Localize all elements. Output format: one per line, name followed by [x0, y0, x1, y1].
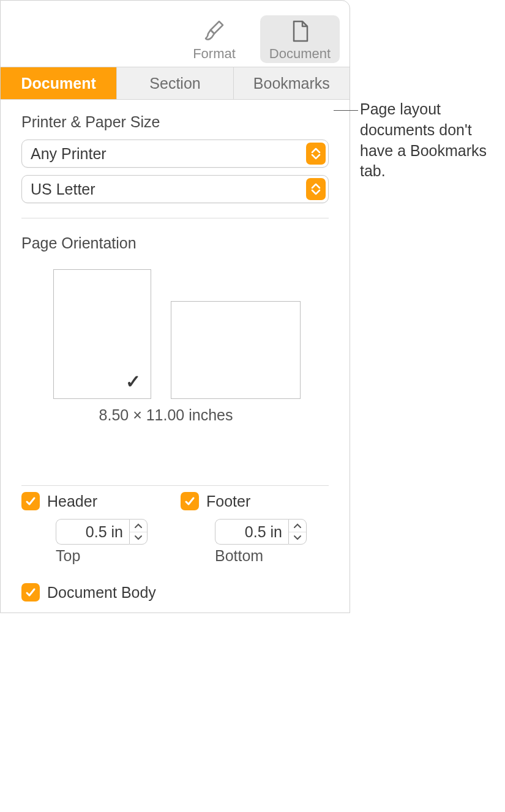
document-tool[interactable]: Document: [260, 15, 340, 63]
printer-popup[interactable]: Any Printer: [21, 140, 329, 168]
page-dimensions: 8.50 × 11.00 inches: [3, 406, 329, 424]
paper-value: US Letter: [31, 181, 95, 198]
footer-margin-input[interactable]: 0.5 in: [215, 519, 288, 545]
header-sublabel: Top: [56, 547, 148, 565]
chevron-down-icon: [130, 532, 147, 545]
paper-size-popup[interactable]: US Letter: [21, 175, 329, 203]
orientation-landscape[interactable]: [171, 301, 301, 399]
printer-section-title: Printer & Paper Size: [21, 113, 329, 131]
toolbar: Format Document: [1, 1, 350, 67]
orientation-portrait[interactable]: ✓: [53, 269, 151, 399]
inspector-tabs: Document Section Bookmarks: [1, 67, 350, 100]
footer-stepper[interactable]: [288, 519, 307, 545]
tab-document[interactable]: Document: [1, 67, 116, 99]
popup-arrows-icon: [306, 143, 326, 165]
document-body-checkbox[interactable]: [21, 583, 40, 602]
printer-value: Any Printer: [31, 145, 107, 163]
format-label: Format: [193, 46, 236, 62]
tab-section[interactable]: Section: [116, 67, 233, 99]
checkmark-icon: ✓: [125, 371, 141, 392]
popup-arrows-icon: [306, 178, 326, 200]
orientation-section-title: Page Orientation: [21, 234, 329, 252]
divider: [21, 218, 329, 218]
document-body-label: Document Body: [47, 584, 156, 602]
callout-leader: [334, 110, 358, 111]
footer-sublabel: Bottom: [215, 547, 307, 565]
header-stepper[interactable]: [129, 519, 148, 545]
footer-checkbox[interactable]: [181, 492, 199, 510]
callout-bookmarks: Page layout documents don't have a Bookm…: [360, 99, 501, 182]
divider: [21, 485, 329, 486]
document-label: Document: [269, 46, 331, 62]
chevron-up-icon: [130, 520, 147, 532]
chevron-up-icon: [289, 520, 306, 532]
tab-bookmarks[interactable]: Bookmarks: [233, 67, 350, 99]
footer-label: Footer: [206, 493, 250, 510]
chevron-down-icon: [289, 532, 306, 545]
paintbrush-icon: [202, 19, 226, 43]
format-tool[interactable]: Format: [174, 15, 254, 63]
header-margin-input[interactable]: 0.5 in: [56, 519, 129, 545]
header-label: Header: [47, 493, 97, 510]
header-checkbox[interactable]: [21, 492, 40, 510]
document-icon: [288, 19, 312, 43]
document-inspector-panel: Format Document Document Section Bookmar…: [0, 0, 350, 613]
